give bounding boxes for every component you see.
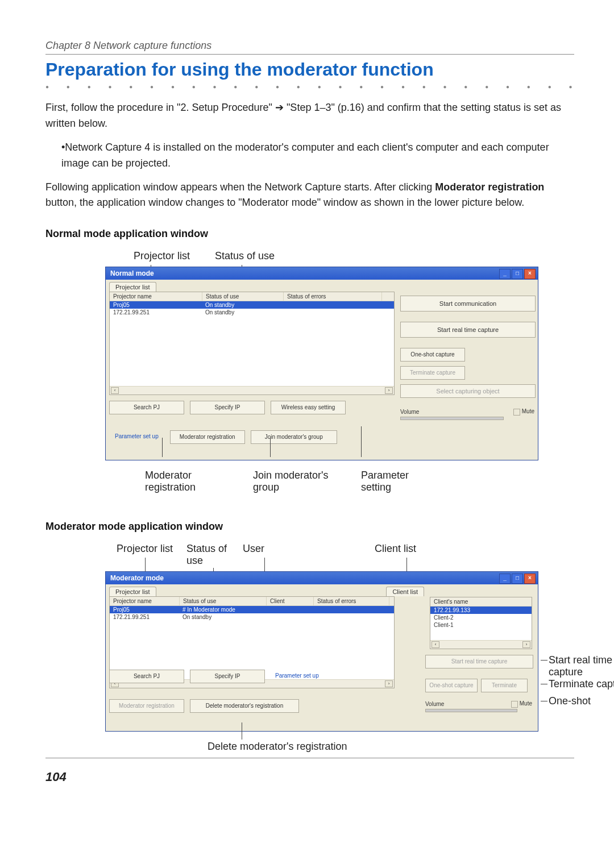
paragraph-2: Following application window appears whe…	[45, 180, 574, 211]
rule-top	[45, 54, 574, 55]
volume-slider[interactable]	[425, 709, 517, 712]
col-projector-name[interactable]: Projector name	[110, 597, 180, 605]
moderator-registration-button[interactable]: Moderator registration	[170, 430, 245, 444]
minimize-icon[interactable]: _	[499, 269, 511, 279]
table-row[interactable]: Proj05 # In Moderator mode	[110, 606, 394, 613]
window-titlebar[interactable]: Moderator mode _ □ ×	[106, 572, 538, 584]
terminate-button[interactable]: Terminate	[481, 679, 528, 692]
cell-status: On standby	[179, 613, 288, 621]
col-client-name[interactable]: Client's name	[430, 597, 532, 607]
minimize-icon[interactable]: _	[499, 574, 511, 584]
paragraph-2a: Following application window appears whe…	[45, 181, 435, 193]
normal-window-figure: Projector list Status of use Normal mode…	[77, 250, 543, 498]
callout-client-list: Client list	[375, 543, 416, 567]
start-real-time-capture-button[interactable]: Start real time capture	[400, 322, 536, 338]
callout-status-of-use: Status of use	[186, 543, 227, 567]
leader-line	[270, 438, 271, 457]
subhead-normal: Normal mode application window	[45, 228, 574, 240]
terminate-capture-button[interactable]: Terminate capture	[400, 366, 465, 380]
callout-start-real-time-capture: Start real time capture	[549, 654, 612, 678]
one-shot-capture-button[interactable]: One-shot capture	[425, 679, 478, 692]
table-row[interactable]: 172.21.99.251 On standby	[110, 309, 394, 316]
start-real-time-capture-button[interactable]: Start real time capture	[425, 655, 533, 668]
col-client[interactable]: Client	[267, 597, 314, 605]
paragraph-1: First, follow the procedure in "2. Setup…	[45, 100, 574, 132]
close-icon[interactable]: ×	[524, 269, 536, 279]
scroll-right-icon[interactable]: ›	[522, 641, 530, 648]
window-titlebar[interactable]: Normal mode _ □ ×	[106, 267, 538, 280]
mute-label: Mute	[520, 700, 532, 707]
table-row[interactable]: Proj05 On standby	[110, 301, 394, 309]
volume-label: Volume	[400, 409, 419, 415]
subhead-moderator: Moderator mode application window	[45, 521, 574, 533]
scroll-left-icon[interactable]: ‹	[111, 387, 119, 394]
projector-table-header: Projector name Status of use Status of e…	[110, 292, 394, 301]
select-capturing-object-button[interactable]: Select capturing object	[400, 384, 536, 398]
leader-line	[162, 438, 163, 457]
list-item[interactable]: Client-2	[430, 614, 532, 621]
callout-terminate-capture: Terminate capture	[549, 678, 614, 690]
search-pj-button[interactable]: Search PJ	[109, 401, 184, 414]
decorative-dots: ● ● ● ● ● ● ● ● ● ● ● ● ● ● ● ● ● ● ● ● …	[45, 84, 574, 90]
volume-label: Volume	[425, 701, 444, 707]
wireless-easy-setting-button[interactable]: Wireless easy setting	[271, 401, 346, 414]
parameter-set-up-link[interactable]: Parameter set up	[109, 430, 164, 443]
search-pj-button[interactable]: Search PJ	[109, 670, 184, 683]
table-row[interactable]: 172.21.99.251 On standby	[110, 613, 394, 621]
maximize-icon[interactable]: □	[512, 574, 523, 584]
list-item[interactable]: 172.21.99.133	[430, 607, 532, 614]
callout-moderator-registration: Moderator registration	[145, 470, 196, 493]
callout-one-shot: One-shot	[549, 695, 591, 707]
specify-ip-button[interactable]: Specify IP	[190, 401, 265, 414]
mute-checkbox[interactable]	[511, 701, 518, 708]
col-status-of-use[interactable]: Status of use	[202, 292, 284, 301]
callout-join-moderator-group: Join moderator's group	[253, 470, 329, 493]
moderator-mode-window: Moderator mode _ □ × Projector list Proj…	[105, 571, 538, 732]
specify-ip-button[interactable]: Specify IP	[190, 670, 265, 683]
scroll-left-icon[interactable]: ‹	[432, 641, 439, 648]
callout-projector-list: Projector list	[134, 250, 190, 262]
normal-mode-window: Normal mode _ □ × Projector list Project…	[105, 267, 538, 460]
delete-moderator-registration-button[interactable]: Delete moderator's registration	[190, 699, 299, 713]
parameter-set-up-link[interactable]: Parameter set up	[271, 670, 323, 682]
mute-checkbox[interactable]	[513, 409, 520, 416]
paragraph-2-bold: Moderator registration	[435, 181, 544, 193]
one-shot-capture-button[interactable]: One-shot capture	[400, 348, 465, 362]
cell-name: 172.21.99.251	[110, 613, 179, 621]
leader-line	[361, 426, 362, 457]
chapter-title: Chapter 8 Network capture functions	[45, 40, 574, 52]
callout-delete-moderator-registration: Delete moderator's registration	[208, 741, 347, 753]
window-title: Moderator mode	[110, 574, 164, 582]
paragraph-2b: button, the application window changes t…	[45, 197, 524, 208]
client-list-pane: Client's name 172.21.99.133 Client-2 Cli…	[430, 597, 532, 649]
cell-name: Proj05	[110, 301, 202, 309]
col-status-of-errors[interactable]: Status of errors	[284, 292, 382, 301]
callout-user: User	[243, 543, 264, 567]
tab-projector-list[interactable]: Projector list	[109, 587, 156, 596]
scroll-right-icon[interactable]: ›	[385, 387, 393, 394]
cell-name: 172.21.99.251	[110, 309, 202, 316]
start-communication-button[interactable]: Start communication	[400, 296, 536, 312]
tab-projector-list[interactable]: Projector list	[109, 282, 156, 292]
list-item[interactable]: Client-1	[430, 621, 532, 629]
volume-slider[interactable]	[400, 417, 504, 420]
paragraph-1-bullet: •Network Capture 4 is installed on the m…	[45, 140, 574, 172]
mute-label: Mute	[522, 408, 534, 414]
maximize-icon[interactable]: □	[512, 269, 523, 279]
callout-parameter-setting: Parameter setting	[361, 470, 409, 493]
moderator-registration-button: Moderator registration	[109, 699, 184, 713]
cell-name: Proj05	[110, 606, 179, 613]
col-status-of-use[interactable]: Status of use	[180, 597, 267, 605]
join-moderator-group-button[interactable]: Join moderator's group	[251, 430, 337, 444]
moderator-window-figure: Projector list Status of use User Client…	[77, 543, 543, 752]
cell-status: # In Moderator mode	[179, 606, 288, 613]
col-status-of-errors[interactable]: Status of errors	[314, 597, 389, 605]
projector-table-header: Projector name Status of use Client Stat…	[110, 597, 394, 606]
page-title: Preparation for using the moderator func…	[45, 59, 574, 80]
cell-status: On standby	[202, 309, 283, 316]
tab-client-list[interactable]: Client list	[386, 587, 424, 596]
close-icon[interactable]: ×	[524, 574, 536, 584]
page-number: 104	[45, 770, 574, 784]
window-title: Normal mode	[110, 269, 154, 277]
col-projector-name[interactable]: Projector name	[110, 292, 202, 301]
